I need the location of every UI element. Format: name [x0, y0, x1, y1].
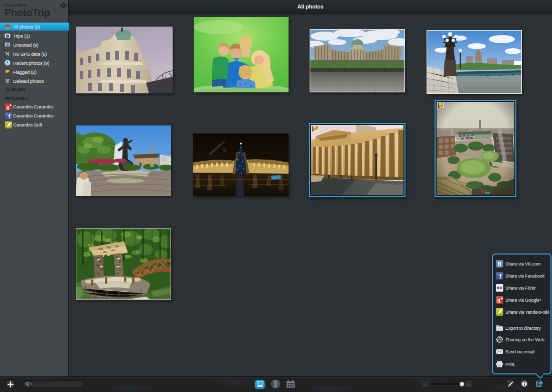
svg-text:g: g	[7, 105, 10, 110]
svg-text:f: f	[9, 113, 11, 119]
svg-text:?: ?	[7, 44, 8, 46]
svg-text:B: B	[498, 262, 501, 267]
svg-text:g: g	[497, 298, 500, 303]
